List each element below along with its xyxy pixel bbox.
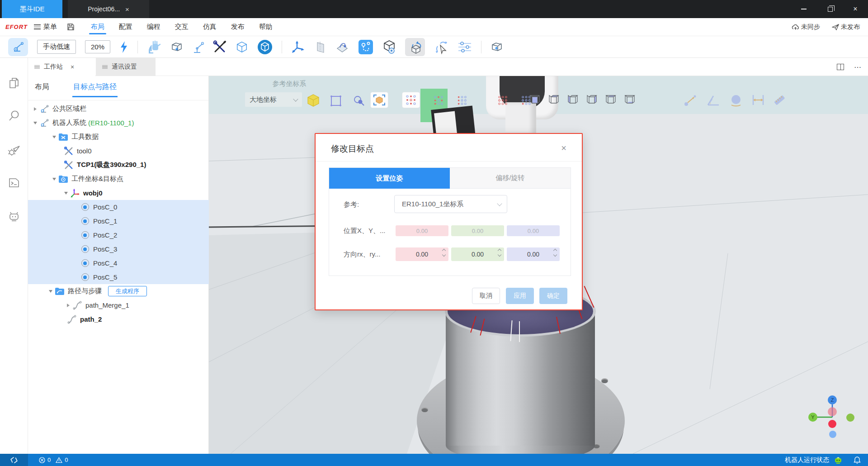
- menu-item-interact[interactable]: 交互: [174, 18, 189, 36]
- point-grid-icon-active[interactable]: [402, 92, 420, 108]
- robot-arm-icon[interactable]: [192, 41, 204, 53]
- menu-item-simulate[interactable]: 仿真: [202, 18, 217, 36]
- cube-point-icon[interactable]: [382, 40, 396, 54]
- more-options-icon[interactable]: ⋯: [854, 63, 862, 71]
- dialog-tab-set-pose[interactable]: 设置位姿: [329, 168, 450, 189]
- spinner-arrows[interactable]: [498, 249, 501, 256]
- controller-box-icon[interactable]: [170, 41, 183, 53]
- view-cube-bottom-icon[interactable]: [623, 93, 636, 106]
- point-grid-icon[interactable]: [497, 95, 508, 106]
- tab-comm-settings[interactable]: 通讯设置: [96, 58, 156, 76]
- chevron-right-icon[interactable]: [32, 107, 39, 111]
- publish-status[interactable]: 未发布: [832, 23, 860, 31]
- confirm-button[interactable]: 确定: [539, 288, 567, 304]
- measure-width-icon[interactable]: [750, 93, 766, 107]
- tree-item-path2[interactable]: path_2: [28, 312, 209, 326]
- mode-button[interactable]: 手动低速: [37, 40, 76, 54]
- chevron-down-icon[interactable]: [62, 192, 70, 195]
- ref-frame-select[interactable]: ER10-1100_1坐标系: [394, 195, 507, 213]
- chevron-right-icon[interactable]: [65, 304, 72, 307]
- point-grid-icon[interactable]: [457, 95, 467, 106]
- tab-close-icon[interactable]: ×: [71, 63, 74, 71]
- sidebar-item-robot[interactable]: [0, 204, 28, 229]
- mirror-plane-icon[interactable]: [314, 41, 326, 53]
- tree-item-paths-steps[interactable]: 路径与步骤 生成程序: [28, 284, 209, 298]
- sidebar-item-terminal[interactable]: [0, 170, 28, 195]
- tools-icon[interactable]: [213, 40, 226, 54]
- rotate-cube-button[interactable]: [405, 38, 425, 56]
- menu-item-config[interactable]: 配置: [118, 18, 133, 36]
- sliders-icon[interactable]: [458, 41, 472, 53]
- frame-cube-icon[interactable]: [371, 92, 388, 108]
- tree-item-tcp1[interactable]: TCP1(吸盘390x290_1): [28, 158, 209, 172]
- menu-item-publish[interactable]: 发布: [230, 18, 245, 36]
- view-cube-right-icon[interactable]: [585, 93, 598, 106]
- menu-button[interactable]: 菜单: [34, 23, 57, 31]
- measure-circle-icon[interactable]: [729, 93, 743, 107]
- subtab-targets-paths[interactable]: 目标点与路径: [73, 82, 117, 92]
- measure-angle-icon[interactable]: [706, 93, 721, 107]
- tree-item-robot-system[interactable]: 机器人系统 (ER10-1100_1): [28, 116, 209, 130]
- app-tab[interactable]: 墨斗IDE: [2, 0, 62, 18]
- tree-item-posc2[interactable]: PosC_2: [28, 228, 209, 242]
- speed-button[interactable]: 20%: [85, 40, 110, 53]
- dialog-tab-offset-rotate[interactable]: 偏移/旋转: [450, 168, 571, 189]
- view-cube-top-icon[interactable]: [604, 93, 617, 106]
- sync-status[interactable]: 未同步: [792, 23, 820, 31]
- restore-button[interactable]: [817, 0, 843, 18]
- quick-run-icon[interactable]: [119, 41, 128, 53]
- tree-item-workpiece-coords[interactable]: 工件坐标&目标点: [28, 172, 209, 186]
- split-view-icon[interactable]: [837, 64, 844, 70]
- position-z-field[interactable]: 0.00: [507, 225, 560, 236]
- menu-item-layout[interactable]: 布局: [90, 18, 105, 36]
- subtab-layout[interactable]: 布局: [35, 82, 49, 92]
- move-select-icon[interactable]: [434, 40, 448, 54]
- chevron-down-icon[interactable]: [47, 290, 54, 293]
- apply-button[interactable]: 应用: [506, 288, 534, 304]
- tree-item-posc1[interactable]: PosC_1: [28, 214, 209, 228]
- chevron-down-icon[interactable]: [51, 136, 58, 138]
- view-cube-button[interactable]: [257, 39, 273, 55]
- save-icon[interactable]: [67, 23, 75, 31]
- cancel-button[interactable]: 取消: [472, 288, 500, 304]
- orientation-ry-field[interactable]: 0.00: [451, 247, 504, 261]
- ref-coord-dropdown[interactable]: 大地坐标: [245, 92, 302, 107]
- tree-item-posc4[interactable]: PosC_4: [28, 256, 209, 270]
- menu-item-program[interactable]: 编程: [146, 18, 161, 36]
- orientation-rx-field[interactable]: 0.00: [396, 247, 448, 261]
- axes-icon[interactable]: [291, 40, 305, 54]
- project-tab-close-icon[interactable]: ×: [125, 5, 129, 13]
- robot-config-button[interactable]: [8, 38, 28, 56]
- spinner-arrows[interactable]: [554, 249, 557, 256]
- close-button[interactable]: ×: [843, 0, 868, 18]
- orientation-rz-field[interactable]: 0.00: [507, 247, 560, 261]
- minimize-button[interactable]: [791, 0, 816, 18]
- cube-outline-icon[interactable]: [236, 40, 248, 54]
- measure-distance-icon[interactable]: [684, 93, 698, 107]
- tree-item-path-merge1[interactable]: path_Merge_1: [28, 298, 209, 312]
- problems-indicator[interactable]: 0 0: [39, 456, 68, 463]
- chevron-down-icon[interactable]: [51, 178, 58, 181]
- position-x-field[interactable]: 0.00: [396, 225, 448, 236]
- measure-ruler-icon[interactable]: [772, 93, 787, 107]
- select-region-icon[interactable]: [330, 95, 342, 107]
- tab-workstation[interactable]: 工作站 ×: [28, 58, 95, 76]
- position-y-field[interactable]: 0.00: [451, 225, 504, 236]
- sidebar-item-files[interactable]: [0, 71, 28, 96]
- view-cube-back-icon[interactable]: [547, 93, 560, 106]
- chevron-down-icon[interactable]: [32, 122, 39, 124]
- point-grid-icon[interactable]: [433, 95, 444, 106]
- dialog-close-icon[interactable]: ×: [561, 143, 566, 153]
- remote-indicator[interactable]: [0, 454, 28, 466]
- map-pin-icon[interactable]: [335, 41, 349, 53]
- view-cube-front-icon[interactable]: [528, 93, 541, 106]
- generate-program-button[interactable]: 生成程序: [108, 286, 147, 296]
- target-path-button[interactable]: [358, 39, 373, 55]
- zoom-select-icon[interactable]: [353, 95, 365, 107]
- tree-item-posc0[interactable]: PosC_0: [28, 200, 209, 214]
- sidebar-item-search[interactable]: [0, 103, 28, 128]
- hand-teach-icon[interactable]: [147, 40, 161, 54]
- tree-item-posc3[interactable]: PosC_3: [28, 242, 209, 256]
- orientation-gizmo[interactable]: Z Y: [805, 385, 868, 443]
- menu-item-help[interactable]: 帮助: [258, 18, 274, 36]
